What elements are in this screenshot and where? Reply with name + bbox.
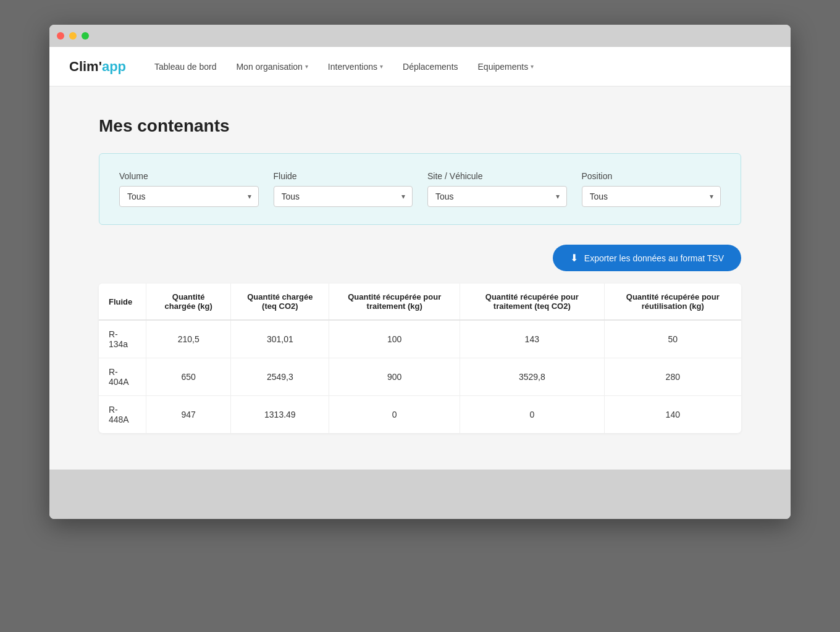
col-qte-chargee-co2: Quantité chargée (teq CO2) [231, 284, 329, 320]
filter-volume: Volume Tous [119, 171, 259, 207]
table-cell: 1313.49 [231, 396, 329, 434]
table-cell: 3529,8 [460, 358, 605, 396]
table-cell: 143 [460, 320, 605, 358]
table-cell: 947 [146, 396, 231, 434]
logo-clim: Clim' [69, 59, 102, 74]
table-row: R-404A6502549,39003529,8280 [99, 358, 741, 396]
position-select[interactable]: Tous [582, 186, 721, 207]
chevron-down-icon: ▾ [305, 63, 308, 70]
filter-position: Position Tous [582, 171, 721, 207]
table-cell: 140 [604, 396, 741, 434]
table-row: R-448A9471313.4900140 [99, 396, 741, 434]
export-btn-label: Exporter les données au format TSV [584, 253, 724, 263]
volume-select-wrapper: Tous [119, 186, 259, 207]
filter-fluide: Fluide Tous [274, 171, 413, 207]
page-title: Mes contenants [99, 116, 741, 136]
table-cell: 301,01 [231, 320, 329, 358]
table-cell: 280 [604, 358, 741, 396]
volume-select[interactable]: Tous [119, 186, 259, 207]
chevron-down-icon: ▾ [531, 63, 534, 70]
table-cell: 900 [329, 358, 460, 396]
filter-position-label: Position [582, 171, 721, 181]
browser-maximize-dot[interactable] [82, 32, 89, 40]
col-qte-recup-reutil-kg: Quantité récupérée pour réutilisation (k… [604, 284, 741, 320]
table-row: R-134a210,5301,0110014350 [99, 320, 741, 358]
col-qte-chargee-kg: Quantité chargée (kg) [146, 284, 231, 320]
filter-fluide-label: Fluide [274, 171, 413, 181]
browser-close-dot[interactable] [57, 32, 64, 40]
table-cell: 210,5 [146, 320, 231, 358]
table-body: R-134a210,5301,0110014350R-404A6502549,3… [99, 320, 741, 433]
table-cell: 100 [329, 320, 460, 358]
nav-tableau-de-bord[interactable]: Tableau de bord [146, 57, 225, 77]
col-qte-recup-trait-kg: Quantité récupérée pour traitement (kg) [329, 284, 460, 320]
filter-site-vehicule-label: Site / Véhicule [427, 171, 567, 181]
table-cell: 2549,3 [231, 358, 329, 396]
filter-panel: Volume Tous Fluide Tous [99, 153, 741, 225]
export-tsv-button[interactable]: ⬇ Exporter les données au format TSV [553, 245, 741, 271]
filter-site-vehicule: Site / Véhicule Tous [427, 171, 567, 207]
page-content: Mes contenants Volume Tous [49, 86, 791, 470]
filter-grid: Volume Tous Fluide Tous [119, 171, 721, 207]
table-cell: R-404A [99, 358, 146, 396]
nav-interventions[interactable]: Interventions ▾ [319, 57, 392, 77]
table-cell: R-134a [99, 320, 146, 358]
data-table: Fluide Quantité chargée (kg) Quantité ch… [99, 284, 741, 433]
nav-mon-organisation[interactable]: Mon organisation ▾ [227, 57, 316, 77]
fluide-select[interactable]: Tous [274, 186, 413, 207]
table-header-row: Fluide Quantité chargée (kg) Quantité ch… [99, 284, 741, 320]
chevron-down-icon: ▾ [380, 63, 383, 70]
filter-volume-label: Volume [119, 171, 259, 181]
navbar: Clim'app Tableau de bord Mon organisatio… [49, 47, 791, 86]
table-header: Fluide Quantité chargée (kg) Quantité ch… [99, 284, 741, 320]
table-cell: 0 [460, 396, 605, 434]
site-vehicule-select[interactable]: Tous [427, 186, 567, 207]
export-row: ⬇ Exporter les données au format TSV [99, 245, 741, 271]
nav-equipements[interactable]: Equipements ▾ [469, 57, 543, 77]
table-cell: 0 [329, 396, 460, 434]
table-cell: 50 [604, 320, 741, 358]
table-cell: 650 [146, 358, 231, 396]
col-qte-recup-trait-co2: Quantité récupérée pour traitement (teq … [460, 284, 605, 320]
col-fluide: Fluide [99, 284, 146, 320]
fluide-select-wrapper: Tous [274, 186, 413, 207]
browser-chrome [49, 25, 791, 47]
nav-items: Tableau de bord Mon organisation ▾ Inter… [146, 57, 771, 77]
table-cell: R-448A [99, 396, 146, 434]
browser-minimize-dot[interactable] [69, 32, 77, 40]
app-container: Clim'app Tableau de bord Mon organisatio… [49, 47, 791, 470]
download-icon: ⬇ [570, 252, 578, 264]
logo-app: app [102, 59, 126, 74]
logo: Clim'app [69, 59, 126, 75]
site-vehicule-select-wrapper: Tous [427, 186, 567, 207]
bottom-bar [49, 470, 791, 519]
nav-deplacements[interactable]: Déplacements [394, 57, 467, 77]
position-select-wrapper: Tous [582, 186, 721, 207]
